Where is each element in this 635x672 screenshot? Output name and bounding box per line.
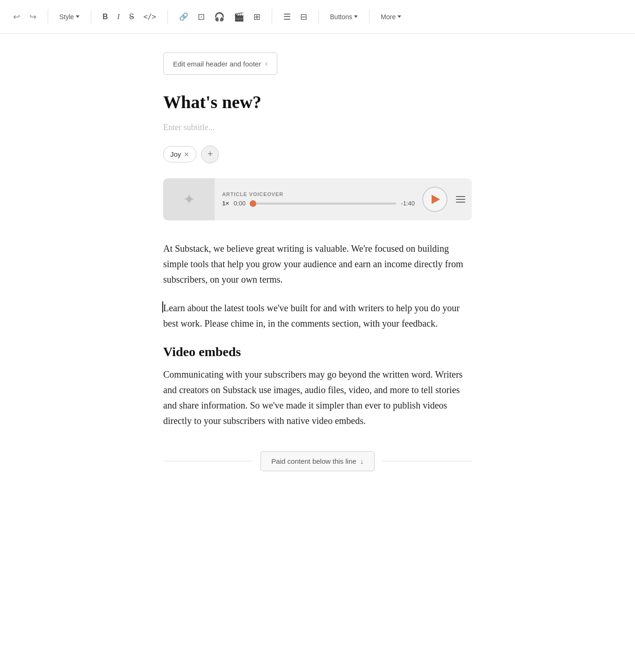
- buttons-group: Buttons: [326, 10, 361, 23]
- audio-player: ✦ ARTICLE VOICEOVER 1× 0:00 -1:40: [163, 178, 472, 220]
- style-label: Style: [59, 13, 74, 21]
- body-paragraph-1[interactable]: At Substack, we believe great writing is…: [163, 241, 472, 287]
- body-paragraph-3[interactable]: Communicating with your subscribers may …: [163, 367, 472, 429]
- image-icon: ⊡: [198, 12, 205, 22]
- tags-row: Joy ✕ +: [163, 146, 472, 163]
- text-format-group: B I S </>: [99, 10, 160, 24]
- tag-joy-label: Joy: [170, 150, 181, 158]
- more-label: More: [381, 13, 396, 21]
- hamburger-icon: [456, 196, 465, 203]
- divider-1: [48, 9, 48, 24]
- list-group: ☰ ⊟: [280, 9, 311, 25]
- redo-button[interactable]: ↪: [26, 9, 40, 25]
- audio-speed[interactable]: 1×: [222, 200, 229, 207]
- divider-3: [167, 9, 168, 24]
- divider-5: [318, 9, 319, 24]
- paid-divider-line-right: [382, 461, 472, 461]
- buttons-label: Buttons: [330, 13, 352, 21]
- audio-current-time: 0:00: [234, 200, 245, 207]
- content-area: Edit email header and footer › What's ne…: [154, 34, 481, 509]
- link-button[interactable]: 🔗: [175, 9, 192, 24]
- audio-play-button[interactable]: [422, 187, 447, 212]
- style-dropdown-arrow: [76, 15, 79, 18]
- more-dropdown-button[interactable]: More: [377, 10, 405, 23]
- paid-content-divider: Paid content below this line ↓: [163, 451, 472, 471]
- edit-header-footer-button[interactable]: Edit email header and footer ›: [163, 52, 277, 75]
- code-icon: </>: [144, 13, 156, 21]
- list-button[interactable]: ☰: [280, 9, 295, 25]
- embed-button[interactable]: ⊞: [250, 9, 264, 25]
- audio-progress-row: 1× 0:00 -1:40: [222, 200, 415, 207]
- more-dropdown-arrow: [397, 15, 401, 18]
- play-icon: [432, 195, 440, 204]
- audio-icon: 🎧: [214, 12, 224, 22]
- redo-icon: ↪: [29, 12, 36, 22]
- add-tag-icon: +: [208, 149, 213, 160]
- buttons-dropdown-button[interactable]: Buttons: [326, 10, 361, 23]
- body-paragraph-2[interactable]: Learn about the latest tools we've built…: [163, 300, 472, 331]
- add-tag-button[interactable]: +: [201, 146, 219, 163]
- tag-joy[interactable]: Joy ✕: [163, 146, 196, 162]
- buttons-dropdown-arrow: [354, 15, 358, 18]
- italic-icon: I: [117, 13, 120, 21]
- bold-button[interactable]: B: [99, 10, 112, 24]
- audio-track[interactable]: [250, 203, 396, 205]
- audio-controls: ARTICLE VOICEOVER 1× 0:00 -1:40: [215, 186, 422, 212]
- section-heading-video-embeds[interactable]: Video embeds: [163, 344, 472, 359]
- italic-button[interactable]: I: [114, 10, 123, 24]
- paid-content-label: Paid content below this line: [271, 457, 356, 465]
- audio-label: ARTICLE VOICEOVER: [222, 191, 415, 197]
- audio-thumbnail-icon: ✦: [183, 190, 195, 208]
- insert-group: 🔗 ⊡ 🎧 🎬 ⊞: [175, 9, 264, 25]
- video-button[interactable]: 🎬: [230, 9, 248, 25]
- edit-header-footer-label: Edit email header and footer: [173, 60, 261, 68]
- audio-track-thumb[interactable]: [250, 200, 256, 207]
- chevron-right-icon: ›: [265, 59, 267, 68]
- undo-redo-group: ↩ ↪: [9, 9, 40, 25]
- style-group: Style: [56, 10, 83, 23]
- image-button[interactable]: ⊡: [194, 9, 209, 25]
- paid-content-icon: ↓: [360, 457, 364, 465]
- paid-divider-line-left: [163, 461, 253, 461]
- undo-icon: ↩: [13, 12, 20, 22]
- style-dropdown-button[interactable]: Style: [56, 10, 83, 23]
- list-icon: ☰: [283, 12, 291, 22]
- divider-4: [272, 9, 272, 24]
- tag-joy-remove-icon[interactable]: ✕: [184, 151, 189, 158]
- strikethrough-icon: S: [129, 13, 134, 21]
- code-button[interactable]: </>: [140, 10, 160, 24]
- embed-icon: ⊞: [253, 12, 260, 22]
- strikethrough-button[interactable]: S: [125, 10, 138, 24]
- audio-time-remaining: -1:40: [401, 200, 415, 207]
- audio-button[interactable]: 🎧: [210, 9, 228, 25]
- paid-content-button[interactable]: Paid content below this line ↓: [260, 451, 374, 471]
- post-subtitle-input[interactable]: Enter subtitle...: [163, 123, 472, 132]
- post-title[interactable]: What's new?: [163, 92, 472, 113]
- toolbar: ↩ ↪ Style B I S </> 🔗 ⊡: [0, 0, 635, 34]
- video-icon: 🎬: [234, 12, 244, 22]
- undo-button[interactable]: ↩: [9, 9, 24, 25]
- audio-menu-button[interactable]: [451, 190, 470, 209]
- link-icon: 🔗: [179, 12, 188, 21]
- audio-thumbnail: ✦: [163, 178, 215, 220]
- divider-6: [369, 9, 369, 24]
- bold-icon: B: [102, 13, 108, 21]
- divider-2: [91, 9, 91, 24]
- numbered-list-button[interactable]: ⊟: [296, 9, 311, 25]
- numbered-list-icon: ⊟: [300, 12, 307, 22]
